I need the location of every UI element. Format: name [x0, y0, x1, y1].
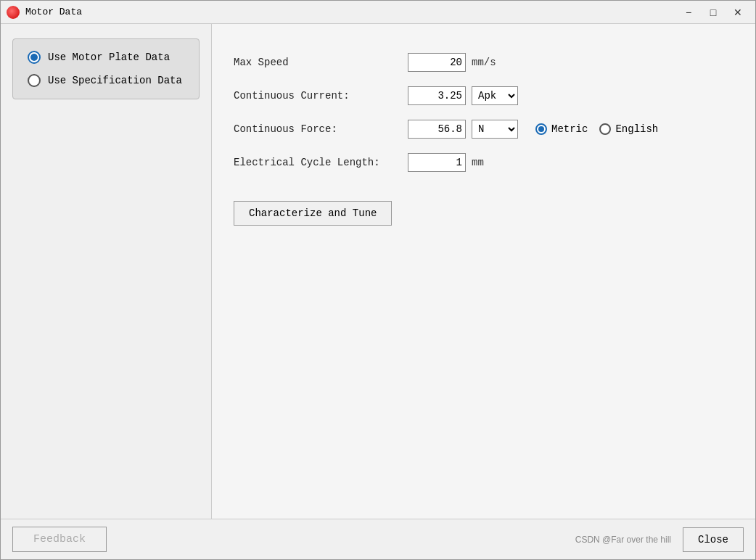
continuous-current-unit-select[interactable]: Apk Arms — [472, 86, 518, 105]
unit-system-radio-group: Metric English — [535, 123, 658, 135]
metric-label: Metric — [551, 123, 588, 135]
max-speed-label: Max Speed — [234, 57, 408, 68]
english-option[interactable]: English — [599, 123, 658, 135]
use-specification-data-option[interactable]: Use Specification Data — [28, 74, 184, 87]
specification-label: Use Specification Data — [48, 75, 182, 86]
data-source-radio-group: Use Motor Plate Data Use Specification D… — [12, 38, 200, 99]
right-panel: Max Speed mm/s Continuous Current: Apk A… — [211, 24, 755, 519]
close-button[interactable]: Close — [683, 527, 744, 552]
continuous-current-input[interactable] — [408, 86, 466, 105]
feedback-button[interactable]: Feedback — [12, 527, 107, 552]
electrical-cycle-length-unit: mm — [472, 157, 484, 168]
max-speed-input[interactable] — [408, 53, 466, 72]
metric-radio-button[interactable] — [535, 123, 547, 135]
max-speed-row: Max Speed mm/s — [234, 53, 734, 72]
electrical-cycle-length-row: Electrical Cycle Length: mm — [234, 153, 734, 172]
continuous-force-label: Continuous Force: — [234, 123, 408, 135]
close-title-button[interactable]: ✕ — [726, 2, 749, 22]
characterize-tune-button[interactable]: Characterize and Tune — [234, 201, 392, 226]
electrical-cycle-length-input[interactable] — [408, 153, 466, 172]
continuous-force-row: Continuous Force: N lbf Metric — [234, 120, 734, 139]
specification-radio-button[interactable] — [28, 74, 41, 87]
continuous-current-label: Continuous Current: — [234, 90, 408, 102]
title-bar: Motor Data − □ ✕ — [1, 1, 755, 24]
motor-plate-radio-inner — [30, 54, 38, 61]
motor-plate-radio-button[interactable] — [28, 51, 41, 64]
continuous-current-row: Continuous Current: Apk Arms — [234, 86, 734, 105]
max-speed-unit: mm/s — [472, 57, 496, 68]
continuous-force-unit-select[interactable]: N lbf — [472, 120, 518, 139]
continuous-force-input[interactable] — [408, 120, 466, 139]
use-motor-plate-data-option[interactable]: Use Motor Plate Data — [28, 51, 184, 64]
left-panel: Use Motor Plate Data Use Specification D… — [1, 24, 211, 519]
english-radio-button[interactable] — [599, 123, 611, 135]
watermark-text: CSDN @Far over the hill — [575, 535, 671, 545]
electrical-cycle-length-label: Electrical Cycle Length: — [234, 157, 408, 168]
bottom-right: CSDN @Far over the hill Close — [575, 527, 744, 552]
title-bar-controls: − □ ✕ — [677, 2, 749, 22]
maximize-button[interactable]: □ — [702, 2, 725, 22]
english-label: English — [615, 123, 658, 135]
minimize-button[interactable]: − — [677, 2, 700, 22]
app-icon — [7, 6, 20, 19]
metric-radio-inner — [538, 126, 544, 132]
main-content: Use Motor Plate Data Use Specification D… — [1, 24, 755, 519]
bottom-bar: Feedback CSDN @Far over the hill Close — [1, 519, 755, 559]
window-title: Motor Data — [25, 7, 677, 17]
metric-option[interactable]: Metric — [535, 123, 588, 135]
main-window: Motor Data − □ ✕ Use Motor Plate Data Us… — [0, 0, 756, 560]
motor-plate-label: Use Motor Plate Data — [48, 52, 170, 63]
